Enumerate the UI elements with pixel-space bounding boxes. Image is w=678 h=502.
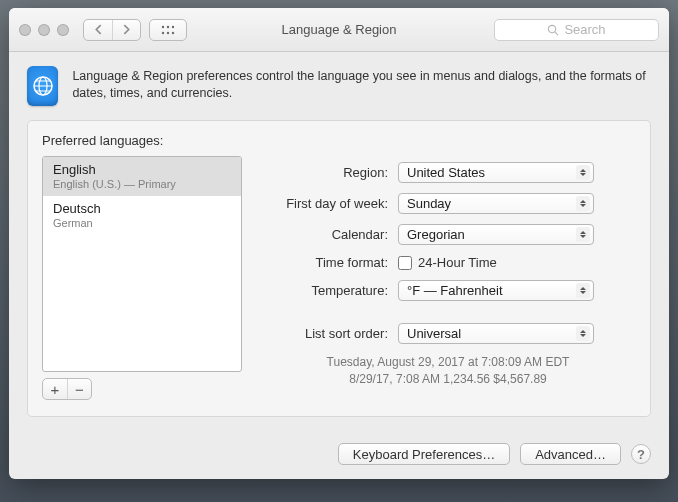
search-input[interactable]: Search: [494, 19, 659, 41]
svg-line-7: [555, 31, 558, 34]
intro-row: Language & Region preferences control th…: [27, 66, 651, 106]
body: Language & Region preferences control th…: [9, 52, 669, 431]
svg-point-1: [167, 25, 169, 27]
intro-text: Language & Region preferences control th…: [72, 66, 651, 102]
list-sort-label: List sort order:: [260, 326, 388, 341]
region-label: Region:: [260, 165, 388, 180]
settings-panel: Preferred languages: English English (U.…: [27, 120, 651, 417]
example-line1: Tuesday, August 29, 2017 at 7:08:09 AM E…: [260, 354, 636, 371]
svg-point-2: [172, 25, 174, 27]
help-button[interactable]: ?: [631, 444, 651, 464]
footer: Keyboard Preferences… Advanced… ?: [9, 431, 669, 479]
24hour-label: 24-Hour Time: [418, 255, 497, 270]
back-button[interactable]: [84, 20, 112, 40]
format-examples: Tuesday, August 29, 2017 at 7:08:09 AM E…: [260, 354, 636, 388]
first-day-select[interactable]: Sunday: [398, 193, 594, 214]
updown-icon: [576, 283, 590, 298]
calendar-label: Calendar:: [260, 227, 388, 242]
language-sub: German: [53, 217, 231, 229]
search-icon: [547, 24, 559, 36]
updown-icon: [576, 196, 590, 211]
globe-flag-icon: [27, 66, 58, 106]
forward-button[interactable]: [112, 20, 140, 40]
temperature-label: Temperature:: [260, 283, 388, 298]
time-format-label: Time format:: [260, 255, 388, 270]
svg-point-6: [549, 25, 556, 32]
show-all-button[interactable]: [149, 19, 187, 41]
24hour-checkbox[interactable]: [398, 256, 412, 270]
add-remove-segment: + −: [42, 378, 92, 400]
settings-column: Region: United States First day of week:…: [260, 156, 636, 400]
updown-icon: [576, 165, 590, 180]
svg-point-4: [167, 31, 169, 33]
advanced-button[interactable]: Advanced…: [520, 443, 621, 465]
list-item[interactable]: English English (U.S.) — Primary: [43, 157, 241, 196]
remove-language-button[interactable]: −: [67, 379, 91, 399]
updown-icon: [576, 227, 590, 242]
search-placeholder: Search: [564, 22, 605, 37]
temperature-select[interactable]: °F — Fahrenheit: [398, 280, 594, 301]
svg-point-3: [162, 31, 164, 33]
language-name: English: [53, 162, 231, 177]
first-day-label: First day of week:: [260, 196, 388, 211]
calendar-select[interactable]: Gregorian: [398, 224, 594, 245]
language-sub: English (U.S.) — Primary: [53, 178, 231, 190]
list-item[interactable]: Deutsch German: [43, 196, 241, 235]
add-language-button[interactable]: +: [43, 379, 67, 399]
titlebar: Language & Region Search: [9, 8, 669, 52]
zoom-icon[interactable]: [57, 24, 69, 36]
language-name: Deutsch: [53, 201, 231, 216]
example-line2: 8/29/17, 7:08 AM 1,234.56 $4,567.89: [260, 371, 636, 388]
nav-back-forward: [83, 19, 141, 41]
svg-point-5: [172, 31, 174, 33]
updown-icon: [576, 326, 590, 341]
minimize-icon[interactable]: [38, 24, 50, 36]
traffic-lights: [19, 24, 69, 36]
preferences-window: Language & Region Search Language & Regi…: [9, 8, 669, 479]
preferred-languages-label: Preferred languages:: [42, 133, 636, 148]
keyboard-preferences-button[interactable]: Keyboard Preferences…: [338, 443, 510, 465]
close-icon[interactable]: [19, 24, 31, 36]
svg-point-0: [162, 25, 164, 27]
languages-column: English English (U.S.) — Primary Deutsch…: [42, 156, 242, 400]
list-sort-select[interactable]: Universal: [398, 323, 594, 344]
region-select[interactable]: United States: [398, 162, 594, 183]
language-list[interactable]: English English (U.S.) — Primary Deutsch…: [42, 156, 242, 372]
